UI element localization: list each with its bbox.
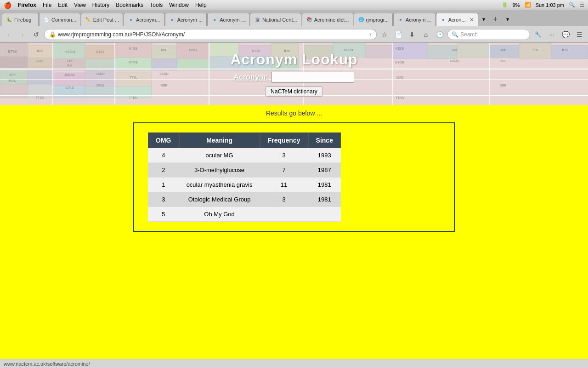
back-btn[interactable]: ‹: [3, 29, 15, 40]
battery-percent: 9%: [513, 2, 520, 8]
table-container: OMG Meaning Frequency Since 4ocular MG31…: [133, 122, 455, 232]
page-content: BTW IDK HAGN BBS LIX PM BEG KISS NYOB BB…: [0, 43, 588, 359]
tab-close-icon[interactable]: ✕: [469, 17, 474, 23]
tab-overflow-btn[interactable]: ▾: [479, 13, 489, 26]
wifi-icon: 📶: [525, 2, 531, 8]
cell-1-2: 7: [260, 163, 308, 178]
menu-bookmarks[interactable]: Bookmarks: [116, 2, 143, 8]
tab-favicon-acronym-active: ●: [440, 17, 447, 23]
tab-list-btn[interactable]: ▾: [503, 13, 513, 26]
cell-4-1: Oh My God: [179, 207, 260, 222]
search-placeholder: Search: [460, 31, 478, 38]
list-icon[interactable]: ☰: [580, 2, 584, 8]
search-bar[interactable]: 🔍 Search: [447, 29, 530, 40]
tab-label-acronym-active: Acron...: [448, 17, 466, 23]
menu-help[interactable]: Help: [195, 2, 207, 8]
battery-icon: 🔋: [502, 2, 508, 8]
addon-btn[interactable]: 🔧: [532, 29, 544, 40]
browser-chrome: 🐛 Firebug 📄 Common... ✏️ Edit Post ... ●…: [0, 10, 588, 43]
acronym-input[interactable]: [271, 72, 354, 83]
table-row: 23-O-methylglucose71987: [148, 163, 341, 178]
status-text: www.nactem.ac.uk/software/acromine/: [4, 361, 90, 367]
tab-favicon-national: 🏛️: [254, 17, 260, 23]
tab-favicon-acronym1: ●: [128, 17, 134, 23]
menu-tools[interactable]: Tools: [150, 2, 163, 8]
cell-2-0: 1: [148, 178, 179, 192]
menu-edit[interactable]: Edit: [58, 2, 68, 8]
tab-acromine[interactable]: 📚 Acromine dict...: [302, 13, 353, 26]
bookmark-btn[interactable]: ☆: [379, 29, 390, 40]
col-omg: OMG: [148, 132, 179, 148]
tab-acronym2[interactable]: ● Acronym ...: [165, 13, 207, 26]
tab-common[interactable]: 📄 Common...: [39, 13, 80, 26]
menu-window[interactable]: Window: [169, 2, 189, 8]
tab-acronym4[interactable]: ● Acronym ...: [393, 13, 435, 26]
tab-favicon-acromine: 📚: [306, 17, 312, 23]
tab-edit-post[interactable]: ✏️ Edit Post ...: [81, 13, 123, 26]
table-row: 5Oh My God: [148, 207, 341, 222]
table-body: 4ocular MG3199323-O-methylglucose719871o…: [148, 148, 341, 222]
table-row: 1ocular myasthenia gravis111981: [148, 178, 341, 192]
more-btn[interactable]: ···: [546, 29, 558, 40]
reload-btn[interactable]: ↺: [30, 29, 42, 40]
cell-2-1: ocular myasthenia gravis: [179, 178, 260, 192]
tab-national[interactable]: 🏛️ National Cent...: [250, 13, 301, 26]
tab-favicon-rjmprog: 🌐: [358, 17, 364, 23]
col-meaning: Meaning: [179, 132, 260, 148]
url-bar[interactable]: 🔒 www.rjmprogramming.com.au/PHP/JSON/Acr…: [44, 29, 377, 40]
tab-label-acronym3: Acronym ...: [220, 17, 245, 23]
page-overlay: Acronym Lookup Acronym: NaCTeM dictionar…: [0, 43, 588, 105]
tab-acronym1[interactable]: ● Acronym...: [124, 13, 164, 26]
tab-label-firebug: Firebug: [14, 17, 34, 23]
menu-view[interactable]: View: [74, 2, 86, 8]
cell-0-1: ocular MG: [179, 148, 260, 163]
tab-label-edit-post: Edit Post ...: [93, 17, 119, 23]
menu-btn[interactable]: ☰: [573, 29, 585, 40]
tab-favicon-common: 📄: [43, 17, 50, 23]
cell-2-2: 11: [260, 178, 308, 192]
cell-3-1: Otologic Medical Group: [179, 192, 260, 207]
new-tab-btn[interactable]: +: [489, 13, 502, 26]
tab-rjmprog[interactable]: 🌐 rjmprogr...: [354, 13, 393, 26]
cell-0-0: 4: [148, 148, 179, 163]
reader-btn[interactable]: 📄: [392, 29, 404, 40]
cell-2-3: 1981: [308, 178, 341, 192]
cell-0-2: 3: [260, 148, 308, 163]
chat-btn[interactable]: 💬: [560, 29, 571, 40]
cell-3-0: 3: [148, 192, 179, 207]
history-btn[interactable]: 🕐: [434, 29, 446, 40]
url-arrow-icon: ▾: [369, 32, 372, 37]
tab-label-rjmprog: rjmprogr...: [366, 17, 389, 23]
menu-file[interactable]: File: [43, 2, 51, 8]
map-area: BTW IDK HAGN BBS LIX PM BEG KISS NYOB BB…: [0, 43, 588, 105]
tab-firebug[interactable]: 🐛 Firebug: [2, 13, 39, 26]
acronym-label: Acronym:: [234, 73, 268, 81]
cell-1-3: 1987: [308, 163, 341, 178]
search-icon[interactable]: 🔍: [569, 2, 575, 8]
cell-3-3: 1981: [308, 192, 341, 207]
cell-1-1: 3-O-methylglucose: [179, 163, 260, 178]
menu-history[interactable]: History: [92, 2, 109, 8]
tab-favicon-acronym4: ●: [397, 17, 404, 23]
apple-menu[interactable]: 🍎: [4, 1, 11, 9]
nactem-btn[interactable]: NaCTeM dictionary: [266, 86, 322, 97]
download-btn[interactable]: ⬇: [406, 29, 418, 40]
app-name[interactable]: Firefox: [18, 2, 36, 8]
tab-favicon-acronym2: ●: [169, 17, 175, 23]
results-table: OMG Meaning Frequency Since 4ocular MG31…: [148, 132, 341, 222]
tab-acronym3[interactable]: ● Acronym ...: [207, 13, 249, 26]
tab-label-acronym2: Acronym ...: [177, 17, 203, 23]
tab-label-acronym1: Acronym...: [136, 17, 160, 23]
url-text: www.rjmprogramming.com.au/PHP/JSON/Acron…: [58, 31, 368, 38]
results-area: Results go below ... OMG Meaning Frequen…: [0, 105, 588, 359]
cell-4-2: [260, 207, 308, 222]
col-frequency: Frequency: [260, 132, 308, 148]
tab-favicon-acronym3: ●: [211, 17, 218, 23]
tab-acronym-active[interactable]: ● Acron... ✕: [436, 13, 478, 26]
home-btn[interactable]: ⌂: [420, 29, 432, 40]
forward-btn[interactable]: ›: [17, 29, 28, 40]
results-text: Results go below ...: [266, 109, 322, 117]
cell-4-3: [308, 207, 341, 222]
nav-bar: ‹ › ↺ 🔒 www.rjmprogramming.com.au/PHP/JS…: [0, 26, 588, 42]
tab-label-acromine: Acromine dict...: [314, 17, 349, 23]
